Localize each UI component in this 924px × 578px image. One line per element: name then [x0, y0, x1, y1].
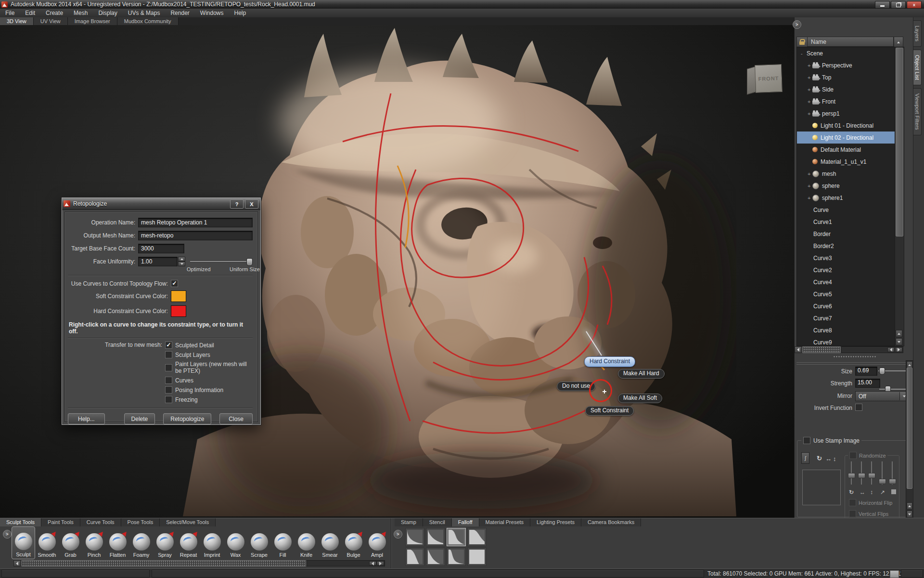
tree-item[interactable]: + Side — [797, 83, 895, 95]
tree-item[interactable]: Curve — [797, 204, 895, 216]
marking-menu-soft-constraint[interactable]: Soft Constraint — [585, 406, 634, 416]
face-uniformity-input[interactable]: 1.00 — [138, 257, 178, 266]
marking-menu-hard-constraint[interactable]: Hard Constraint — [584, 356, 635, 367]
tool-shelf-scrollbar[interactable] — [13, 560, 385, 566]
tree-expander[interactable]: + — [808, 171, 812, 177]
tool-button[interactable]: Spray — [153, 526, 177, 559]
menu-item[interactable]: Help — [229, 9, 252, 17]
title-bar[interactable]: Autodesk Mudbox 2014 x64 - Unregistered … — [0, 0, 924, 9]
transfer-option[interactable]: ✓ Curves — [165, 377, 253, 384]
soft-constraint-color-swatch[interactable] — [171, 290, 186, 302]
tree-item[interactable]: Curve6 — [797, 300, 895, 312]
scrollbar-thumb[interactable] — [896, 48, 903, 236]
tree-item[interactable]: Curve2 — [797, 264, 895, 276]
tool-button[interactable]: Grab — [59, 526, 82, 559]
vertical-flips-checkbox[interactable]: ✓ — [849, 510, 856, 517]
menu-item[interactable]: Render — [165, 9, 194, 17]
tree-item[interactable]: Border — [797, 228, 895, 240]
tree-item[interactable]: Curve9 — [797, 336, 895, 346]
stamp-preview[interactable] — [802, 470, 841, 505]
randomize-slider[interactable] — [882, 461, 883, 485]
tool-tab[interactable]: Sculpt Tools — [0, 518, 41, 526]
tree-item[interactable]: Curve4 — [797, 276, 895, 288]
checkbox[interactable]: ✓ — [165, 377, 172, 384]
scroll-up-icon[interactable] — [907, 502, 912, 510]
side-tab[interactable]: Layers — [913, 20, 922, 47]
tree-expander[interactable]: + — [808, 75, 812, 80]
transfer-option[interactable]: ✓ Sculpt Layers — [165, 351, 253, 358]
tree-item[interactable]: Light 01 - Directional — [797, 119, 895, 131]
randomize-slider[interactable] — [861, 461, 862, 485]
marking-menu-make-all-soft[interactable]: Make All Soft — [618, 394, 662, 403]
lock-icon[interactable] — [796, 37, 808, 48]
output-mesh-name-input[interactable]: mesh-retopo — [138, 231, 253, 240]
falloff-preset[interactable] — [447, 548, 466, 566]
tree-vertical-scrollbar[interactable] — [895, 47, 904, 346]
tree-expander[interactable]: + — [808, 99, 812, 105]
spinner-up-icon[interactable] — [178, 257, 185, 262]
panel-splitter[interactable] — [833, 355, 876, 358]
tool-button[interactable]: Sculpt — [12, 526, 35, 559]
preset-tab[interactable]: Stamp — [395, 518, 423, 526]
preset-tab[interactable]: Falloff — [452, 518, 479, 526]
falloff-preset[interactable] — [405, 548, 424, 566]
randomize-vertical-icon[interactable]: ↕ — [870, 489, 873, 495]
falloff-preset[interactable] — [405, 528, 424, 546]
face-uniformity-slider[interactable] — [190, 258, 253, 265]
dialog-close-button[interactable]: X — [245, 199, 258, 209]
scrollbar-thumb[interactable] — [907, 368, 912, 489]
restore-button[interactable] — [891, 1, 906, 9]
dialog-help-button[interactable]: ? — [230, 199, 244, 209]
tree-expander[interactable]: + — [808, 195, 812, 201]
tool-button[interactable]: Flatten — [106, 526, 129, 559]
tree-item[interactable]: Material_1_u1_v1 — [797, 156, 895, 168]
tool-button[interactable]: Scrape — [247, 526, 271, 559]
tool-tray-collapse-button[interactable]: > — [3, 530, 12, 539]
randomize-slider[interactable] — [871, 461, 872, 485]
view-tab[interactable]: Image Browser — [68, 17, 117, 25]
tool-button[interactable]: Imprint — [200, 526, 224, 559]
randomize-checkbox[interactable]: ✓ — [849, 452, 857, 459]
tree-expander[interactable]: - — [801, 51, 806, 56]
tree-item[interactable]: + persp1 — [797, 107, 895, 119]
falloff-preset[interactable] — [467, 528, 487, 546]
stamp-flyout-button[interactable]: ʃ — [801, 452, 809, 464]
preset-tray-collapse-button[interactable]: > — [394, 530, 402, 539]
tree-item[interactable]: + sphere1 — [797, 192, 895, 204]
scrollbar-thumb[interactable] — [21, 560, 306, 566]
help-button[interactable]: Help... — [68, 413, 105, 424]
retopologize-button[interactable]: Retopologize — [163, 413, 211, 424]
checkbox[interactable]: ✓ — [165, 396, 172, 403]
scroll-up-icon[interactable] — [896, 330, 902, 337]
operation-name-input[interactable]: mesh Retopo Operation 1 — [138, 218, 253, 227]
tool-button[interactable]: Wax — [224, 526, 247, 559]
slider-thumb[interactable] — [879, 368, 885, 375]
view-tab[interactable]: Mudbox Community — [117, 17, 179, 25]
transfer-option[interactable]: ✓ Paint Layers (new mesh will be PTEX) — [165, 361, 253, 374]
face-uniformity-spinner[interactable] — [178, 257, 185, 266]
preset-tab[interactable]: Lighting Presets — [530, 518, 581, 526]
tool-button[interactable]: Knife — [295, 526, 318, 559]
scroll-down-icon[interactable] — [896, 338, 902, 345]
checkbox[interactable]: ✓ — [165, 351, 172, 358]
menu-item[interactable]: Display — [93, 9, 122, 17]
size-input[interactable]: 0.69 — [855, 367, 877, 376]
panel-collapse-button[interactable]: > — [793, 20, 801, 29]
tree-item[interactable]: + Front — [797, 95, 895, 107]
randomize-horizontal-icon[interactable]: ↔ — [860, 489, 865, 495]
menu-item[interactable]: Edit — [20, 9, 40, 17]
tree-expander[interactable]: + — [808, 183, 812, 189]
tool-button[interactable]: Bulge — [342, 526, 365, 559]
falloff-preset[interactable] — [447, 528, 466, 546]
tree-item[interactable]: + Perspective — [797, 59, 895, 71]
tree-item[interactable]: Curve7 — [797, 312, 895, 324]
transfer-option[interactable]: ✓ Freezing — [165, 396, 253, 403]
preset-tab[interactable]: Material Presets — [479, 518, 530, 526]
tool-tab[interactable]: Select/Move Tools — [160, 518, 216, 526]
menu-item[interactable]: UVs & Maps — [123, 9, 166, 17]
randomize-rotate-icon[interactable]: ↻ — [849, 489, 854, 495]
tool-button[interactable]: Foamy — [129, 526, 153, 559]
stamp-rotate-icon[interactable]: ↻ — [817, 455, 822, 461]
tree-item[interactable]: Light 02 - Directional — [797, 131, 895, 144]
use-curves-checkbox[interactable]: ✓ — [171, 280, 178, 287]
